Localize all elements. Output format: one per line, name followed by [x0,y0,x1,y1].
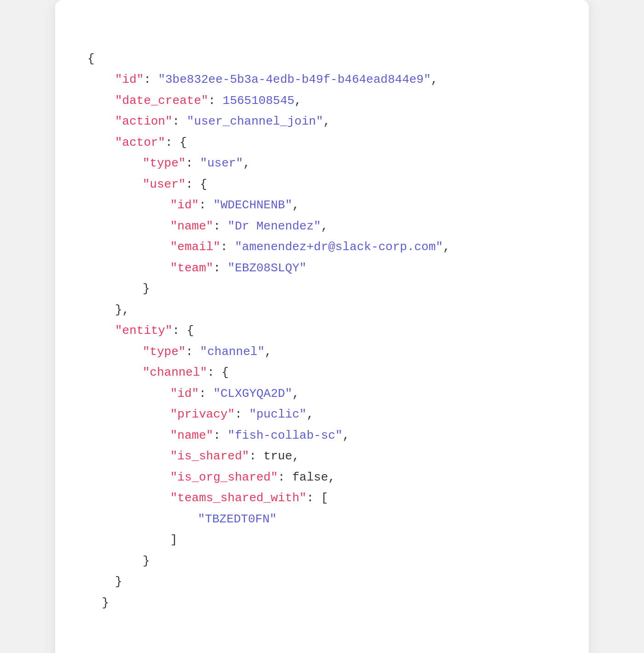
actor-type-val: "user" [200,156,243,170]
action-key: "action" [115,115,172,128]
channel-name-key: "name" [170,429,213,442]
channel-id-key: "id" [170,387,199,401]
action-val: "user_channel_join" [187,115,323,128]
channel-privacy-key: "privacy" [170,407,235,421]
channel-id-val: "CLXGYQA2D" [213,387,293,401]
user-id-val: "WDECHNENB" [213,198,293,212]
entity-type-key: "type" [143,345,186,359]
json-viewer: { "id": "3be832ee-5b3a-4edb-b49f-b464ead… [87,28,557,635]
channel-name-val: "fish-collab-sc" [228,429,343,442]
user-email-val: "amenendez+dr@slack-corp.com" [235,240,443,254]
user-team-val: "EBZ08SLQY" [228,261,307,275]
actor-type-key: "type" [143,156,186,170]
id-key: "id" [115,73,144,86]
id-val: "3be832ee-5b3a-4edb-b49f-b464ead844e9" [158,73,431,86]
user-name-val: "Dr Menendez" [228,219,321,233]
channel-is-shared-val: true [264,449,292,463]
user-team-key: "team" [170,261,213,275]
date-create-key: "date_create" [115,94,208,108]
channel-is-org-shared-key: "is_org_shared" [170,470,278,484]
channel-privacy-val: "puclic" [249,407,307,421]
user-id-key: "id" [170,198,199,212]
open-brace: { [87,52,95,66]
channel-teams-shared-item: "TBZEDT0FN" [198,512,277,526]
user-email-key: "email" [170,240,220,254]
channel-teams-shared-key: "teams_shared_with" [170,491,306,505]
channel-is-org-shared-val: false [292,470,328,484]
entity-key: "entity" [115,324,172,338]
date-create-val: 1565108545 [223,94,294,108]
user-name-key: "name" [170,219,213,233]
actor-key: "actor" [115,136,165,149]
user-key: "user" [143,178,186,191]
entity-type-val: "channel" [200,345,264,359]
channel-is-shared-key: "is_shared" [170,449,249,463]
close-brace: } [87,596,109,610]
channel-key: "channel" [143,366,207,379]
json-card: { "id": "3be832ee-5b3a-4edb-b49f-b464ead… [55,0,589,653]
